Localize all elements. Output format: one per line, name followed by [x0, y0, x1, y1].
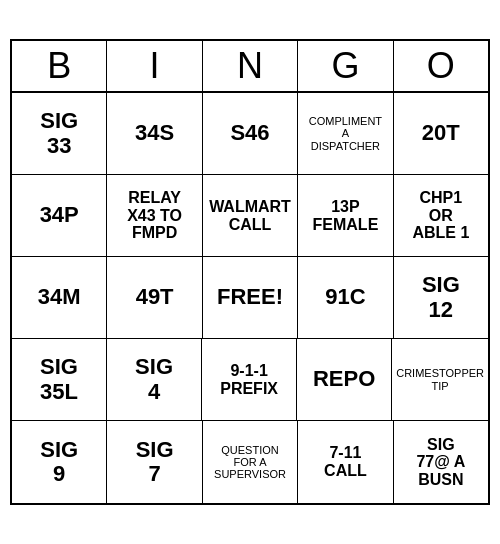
bingo-cell-4-4: SIG 77@ A BUSN — [394, 421, 488, 503]
header-letter-O: O — [394, 41, 488, 93]
header-letter-I: I — [107, 41, 202, 93]
bingo-grid: SIG 3334SS46COMPLIMENT A DISPATCHER20T34… — [12, 93, 488, 503]
bingo-cell-3-4: CRIMESTOPPER TIP — [392, 339, 488, 421]
bingo-cell-0-0: SIG 33 — [12, 93, 107, 175]
bingo-cell-4-3: 7-11 CALL — [298, 421, 393, 503]
bingo-cell-1-2: WALMART CALL — [203, 175, 298, 257]
bingo-cell-4-0: SIG 9 — [12, 421, 107, 503]
bingo-row-4: SIG 9SIG 7QUESTION FOR A SUPERVISOR7-11 … — [12, 421, 488, 503]
bingo-row-0: SIG 3334SS46COMPLIMENT A DISPATCHER20T — [12, 93, 488, 175]
bingo-header: BINGO — [12, 41, 488, 93]
bingo-cell-1-3: 13P FEMALE — [298, 175, 393, 257]
bingo-cell-0-2: S46 — [203, 93, 298, 175]
bingo-cell-0-3: COMPLIMENT A DISPATCHER — [298, 93, 393, 175]
bingo-cell-2-4: SIG 12 — [394, 257, 488, 339]
bingo-cell-2-2: FREE! — [203, 257, 298, 339]
bingo-cell-2-1: 49T — [107, 257, 202, 339]
header-letter-G: G — [298, 41, 393, 93]
bingo-cell-4-2: QUESTION FOR A SUPERVISOR — [203, 421, 298, 503]
bingo-cell-1-1: RELAY X43 TO FMPD — [107, 175, 202, 257]
bingo-cell-0-1: 34S — [107, 93, 202, 175]
bingo-row-2: 34M49TFREE!91CSIG 12 — [12, 257, 488, 339]
bingo-cell-3-3: REPO — [297, 339, 392, 421]
bingo-row-1: 34PRELAY X43 TO FMPDWALMART CALL13P FEMA… — [12, 175, 488, 257]
bingo-card: BINGO SIG 3334SS46COMPLIMENT A DISPATCHE… — [10, 39, 490, 505]
bingo-cell-0-4: 20T — [394, 93, 488, 175]
bingo-cell-2-3: 91C — [298, 257, 393, 339]
bingo-cell-2-0: 34M — [12, 257, 107, 339]
bingo-row-3: SIG 35LSIG 49-1-1 PREFIXREPOCRIMESTOPPER… — [12, 339, 488, 421]
bingo-cell-4-1: SIG 7 — [107, 421, 202, 503]
bingo-cell-3-0: SIG 35L — [12, 339, 107, 421]
header-letter-B: B — [12, 41, 107, 93]
bingo-cell-1-0: 34P — [12, 175, 107, 257]
bingo-cell-3-1: SIG 4 — [107, 339, 202, 421]
bingo-cell-1-4: CHP1 OR ABLE 1 — [394, 175, 488, 257]
header-letter-N: N — [203, 41, 298, 93]
bingo-cell-3-2: 9-1-1 PREFIX — [202, 339, 297, 421]
